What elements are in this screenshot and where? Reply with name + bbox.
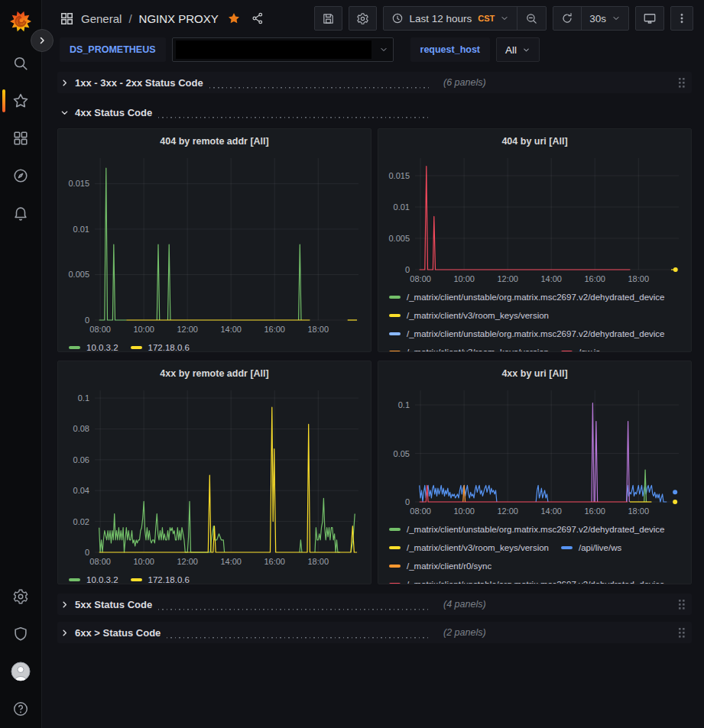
zoom-out-button[interactable]: [517, 7, 546, 30]
row-left: 1xx - 3xx - 2xx Status Code: [60, 77, 433, 89]
save-dashboard-button[interactable]: [314, 6, 342, 31]
sidebar-item-profile[interactable]: [0, 663, 41, 680]
legend-item[interactable]: /_matrix/client/unstable/org.matrix.msc2…: [389, 520, 665, 539]
panel-title[interactable]: 404 by remote addr [All]: [64, 134, 365, 149]
row-left: 4xx Status Code: [60, 107, 433, 118]
favorite-star-icon[interactable]: [227, 11, 241, 25]
svg-text:14:00: 14:00: [220, 557, 242, 566]
legend-item[interactable]: /_matrix/client/unstable/org.matrix.msc2…: [389, 575, 665, 584]
sidebar-item-settings[interactable]: [0, 588, 41, 605]
sidebar-item-server-admin[interactable]: [0, 626, 41, 642]
refresh-interval-dropdown[interactable]: 30s: [581, 7, 628, 30]
cycle-view-button[interactable]: [635, 6, 664, 31]
breadcrumb-title[interactable]: NGINX PROXY: [139, 12, 219, 25]
legend-label: /_matrix/client/v3/room_keys/version: [407, 543, 549, 552]
row-header-5xx[interactable]: 5xx Status Code (4 panels): [57, 594, 692, 615]
svg-text:14:00: 14:00: [540, 506, 562, 516]
row-header-6xx[interactable]: 6xx > Status Code (2 panels): [57, 622, 692, 643]
legend: 10.0.3.2172.18.0.6: [64, 569, 365, 584]
monitor-icon: [643, 11, 657, 25]
dotted-leader: [167, 635, 430, 639]
svg-text:12:00: 12:00: [177, 557, 198, 566]
panel-title[interactable]: 404 by uri [All]: [384, 134, 685, 149]
legend-item[interactable]: 172.18.0.6: [131, 338, 190, 351]
legend-item[interactable]: /_matrix/client/v3/room_keys/version: [389, 306, 549, 325]
help-icon: [12, 700, 29, 717]
share-icon[interactable]: [251, 11, 264, 25]
save-icon: [322, 12, 335, 25]
compass-icon: [12, 167, 29, 184]
sidebar-item-explore[interactable]: [0, 167, 41, 184]
row-left: 5xx Status Code: [60, 599, 433, 610]
shield-icon: [12, 626, 29, 642]
grafana-logo-icon[interactable]: [8, 9, 33, 34]
legend-item[interactable]: 10.0.3.2: [69, 338, 118, 351]
drag-handle-icon[interactable]: [676, 626, 687, 640]
svg-text:0.1: 0.1: [78, 393, 89, 403]
legend-item[interactable]: /_matrix/client/v3/room_keys/version: [389, 343, 549, 351]
dotted-leader: [158, 115, 430, 118]
legend: 10.0.3.2172.18.0.6: [64, 337, 365, 351]
row-header-4xx[interactable]: 4xx Status Code: [57, 102, 692, 123]
refresh-button[interactable]: [553, 7, 581, 30]
svg-text:08:00: 08:00: [410, 274, 431, 283]
datasource-select[interactable]: [172, 37, 394, 62]
legend-item[interactable]: /sw.js: [561, 343, 600, 351]
legend-label: 10.0.3.2: [86, 343, 118, 351]
kebab-icon: [676, 12, 688, 24]
drag-handle-icon[interactable]: [676, 597, 687, 612]
legend-label: /_matrix/client/unstable/org.matrix.msc2…: [407, 580, 665, 584]
svg-text:08:00: 08:00: [410, 506, 431, 516]
panel-title[interactable]: 4xx by remote addr [All]: [64, 366, 365, 381]
svg-text:10:00: 10:00: [453, 506, 475, 516]
row-header-1xx-3xx-2xx[interactable]: 1xx - 3xx - 2xx Status Code (6 panels): [57, 72, 692, 93]
timezone-label: CST: [478, 14, 495, 23]
legend-item[interactable]: /_matrix/client/unstable/org.matrix.msc2…: [389, 325, 665, 343]
legend-item[interactable]: /api/live/ws: [561, 539, 621, 557]
time-controls: Last 12 hours CST: [383, 6, 547, 31]
svg-text:18:00: 18:00: [307, 557, 329, 566]
sidebar-item-starred[interactable]: [0, 92, 41, 109]
svg-text:08:00: 08:00: [89, 325, 111, 334]
apps-grid-icon: [60, 11, 74, 26]
panel-4xx-by-remote-addr: 4xx by remote addr [All] 00.020.040.060.…: [57, 361, 371, 584]
svg-text:08:00: 08:00: [89, 557, 111, 566]
legend-swatch: [389, 351, 401, 351]
svg-text:12:00: 12:00: [177, 325, 198, 334]
sidebar-expand-button[interactable]: [31, 29, 54, 52]
legend-swatch: [69, 578, 80, 581]
legend-label: 10.0.3.2: [86, 575, 118, 584]
breadcrumb-section[interactable]: General: [81, 12, 122, 25]
sidebar-item-help[interactable]: [0, 700, 41, 717]
drag-handle-icon[interactable]: [676, 76, 687, 90]
timeseries-chart[interactable]: 00.0050.010.01508:0010:0012:0014:0016:00…: [384, 149, 685, 286]
sidebar-item-alerting[interactable]: [0, 205, 41, 222]
time-range-picker[interactable]: Last 12 hours CST: [384, 7, 517, 30]
svg-text:18:00: 18:00: [307, 325, 329, 334]
legend-item[interactable]: /_matrix/client/r0/sync: [389, 557, 492, 575]
variable-label-ds-prometheus: DS_PROMETHEUS: [60, 37, 166, 62]
svg-text:0: 0: [405, 497, 410, 506]
sidebar-item-search[interactable]: [0, 55, 41, 72]
svg-text:12:00: 12:00: [497, 274, 518, 283]
row-title: 6xx > Status Code: [75, 627, 161, 639]
legend-item[interactable]: /_matrix/client/unstable/org.matrix.msc2…: [389, 288, 665, 306]
sidebar: [0, 0, 42, 728]
panel-4xx-by-uri: 4xx by uri [All] 00.050.108:0010:0012:00…: [378, 361, 692, 584]
legend-item[interactable]: /_matrix/client/v3/room_keys/version: [389, 539, 549, 557]
sidebar-item-dashboards[interactable]: [0, 130, 41, 147]
kebab-menu-button[interactable]: [670, 6, 693, 31]
refresh-interval-label: 30s: [589, 13, 606, 24]
legend-item[interactable]: 10.0.3.2: [69, 571, 118, 584]
request-host-select[interactable]: All: [496, 37, 540, 62]
svg-text:10:00: 10:00: [453, 274, 475, 283]
legend-label: /api/live/ws: [579, 543, 621, 552]
timeseries-chart[interactable]: 00.0050.010.01508:0010:0012:0014:0016:00…: [64, 149, 365, 337]
panel-404-by-remote-addr: 404 by remote addr [All] 00.0050.010.015…: [57, 128, 371, 352]
legend-item[interactable]: 172.18.0.6: [131, 571, 190, 584]
dashboard-settings-button[interactable]: [349, 6, 377, 31]
timeseries-chart[interactable]: 00.020.040.060.080.108:0010:0012:0014:00…: [64, 381, 365, 569]
timeseries-chart[interactable]: 00.050.108:0010:0012:0014:0016:0018:00: [384, 381, 685, 519]
panel-title[interactable]: 4xx by uri [All]: [384, 366, 685, 381]
row-title: 5xx Status Code: [75, 599, 152, 610]
